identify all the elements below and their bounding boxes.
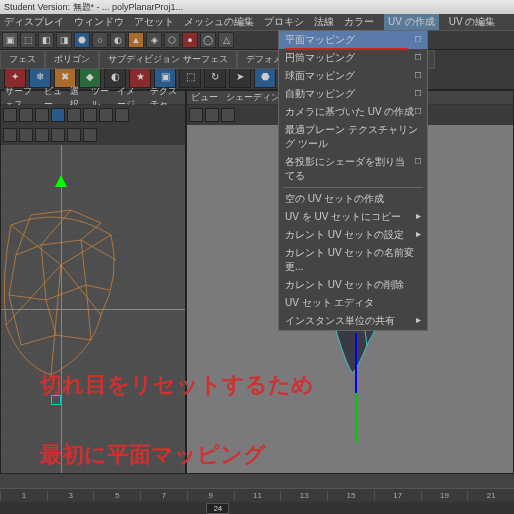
submenu-arrow-icon: ▸: [416, 228, 421, 242]
time-tick[interactable]: 11: [234, 491, 281, 500]
tool-icon[interactable]: ⬡: [164, 32, 180, 48]
ptool-icon[interactable]: [189, 108, 203, 122]
tool-icon[interactable]: ○: [92, 32, 108, 48]
dd-best-plane[interactable]: 最適プレーン テクスチャリング ツール: [279, 121, 427, 153]
time-tick[interactable]: 17: [374, 491, 421, 500]
ptool-icon[interactable]: [3, 108, 17, 122]
menu-uv-create[interactable]: UV の作成: [384, 14, 439, 30]
ptool-icon[interactable]: [99, 108, 113, 122]
dd-copy-uvset[interactable]: UV を UV セットにコピー▸: [279, 208, 427, 226]
viewport-panels: サーフェス ビュー 選択 ツール イメージ テクスチャ: [0, 90, 514, 474]
dd-uvset-editor[interactable]: UV セット エディタ: [279, 294, 427, 312]
ptool-icon[interactable]: [83, 128, 97, 142]
time-tick[interactable]: 21: [467, 491, 514, 500]
status-toolbar: ▣ ⬚ ◧ ◨ ⬣ ○ ◐ ▲ ◈ ⬡ ● ◯ △: [0, 30, 514, 50]
tool-icon[interactable]: ◨: [56, 32, 72, 48]
option-box-icon[interactable]: □: [415, 155, 421, 183]
ptool-icon[interactable]: [83, 108, 97, 122]
menu-mesh-edit[interactable]: メッシュの編集: [184, 15, 254, 29]
dd-instance-share[interactable]: インスタンス単位の共有▸: [279, 312, 427, 330]
menu-normal[interactable]: 法線: [314, 15, 334, 29]
dd-empty-uvset[interactable]: 空の UV セットの作成: [279, 190, 427, 208]
dd-label: 球面マッピング: [285, 69, 355, 83]
menu-uv-edit[interactable]: UV の編集: [449, 15, 496, 29]
dd-cylindrical-mapping[interactable]: 円筒マッピング□: [279, 49, 427, 67]
tool-icon[interactable]: ●: [182, 32, 198, 48]
time-tick[interactable]: 13: [280, 491, 327, 500]
time-tick[interactable]: 5: [93, 491, 140, 500]
time-tick[interactable]: 7: [140, 491, 187, 500]
dd-delete-uvset[interactable]: カレント UV セットの削除: [279, 276, 427, 294]
z-axis-handle[interactable]: [355, 333, 357, 393]
tool-icon[interactable]: ▣: [2, 32, 18, 48]
option-box-icon[interactable]: □: [415, 105, 421, 119]
title-bar: Student Version: 無題* - ... polyPlanarPro…: [0, 0, 514, 14]
dd-label: 自動マッピング: [285, 87, 355, 101]
ptool-icon[interactable]: [3, 128, 17, 142]
time-tick[interactable]: 1: [0, 491, 47, 500]
ptool-icon[interactable]: [205, 108, 219, 122]
dd-label: インスタンス単位の共有: [285, 314, 395, 328]
scale-handle-icon[interactable]: [51, 395, 61, 405]
menu-asset[interactable]: アセット: [134, 15, 174, 29]
dd-spherical-mapping[interactable]: 球面マッピング□: [279, 67, 427, 85]
ptool-icon[interactable]: [67, 108, 81, 122]
timeline[interactable]: 1 3 5 7 9 11 13 15 17 19 21: [0, 488, 514, 502]
tool-icon[interactable]: ▲: [128, 32, 144, 48]
dd-camera-uv[interactable]: カメラに基づいた UV の作成□: [279, 103, 427, 121]
dd-rename-uvset[interactable]: カレント UV セットの名前変更...: [279, 244, 427, 276]
ptool-icon[interactable]: [35, 108, 49, 122]
ptool-icon[interactable]: [51, 108, 65, 122]
ptool-icon[interactable]: [51, 128, 65, 142]
dd-set-current-uvset[interactable]: カレント UV セットの設定▸: [279, 226, 427, 244]
main-menu-bar: ディスプレイ ウィンドウ アセット メッシュの編集 プロキシ 法線 カラー UV…: [0, 14, 514, 30]
submenu-arrow-icon: ▸: [416, 314, 421, 328]
dd-label: 各投影にシェーダを割り当てる: [285, 155, 415, 183]
dd-assign-shader[interactable]: 各投影にシェーダを割り当てる□: [279, 153, 427, 185]
ptool-icon[interactable]: [19, 128, 33, 142]
tool-icon[interactable]: ⬚: [20, 32, 36, 48]
tool-icon[interactable]: ◐: [110, 32, 126, 48]
pm-item[interactable]: ビュー: [191, 91, 218, 104]
dd-label: 平面マッピング: [285, 33, 355, 47]
ptool-icon[interactable]: [221, 108, 235, 122]
separator: [283, 187, 423, 188]
option-box-icon[interactable]: □: [415, 51, 421, 65]
uv-create-dropdown: 平面マッピング□ 円筒マッピング□ 球面マッピング□ 自動マッピング□ カメラに…: [278, 30, 428, 331]
panel-toolbar: [1, 105, 185, 125]
option-box-icon[interactable]: □: [415, 69, 421, 83]
move-arrow-icon[interactable]: [55, 175, 67, 187]
panel-toolbar-2: [1, 125, 185, 145]
time-tick[interactable]: 9: [187, 491, 234, 500]
option-box-icon[interactable]: □: [415, 33, 421, 47]
menu-proxy[interactable]: プロキシ: [264, 15, 304, 29]
ptool-icon[interactable]: [115, 108, 129, 122]
ptool-icon[interactable]: [19, 108, 33, 122]
option-box-icon[interactable]: □: [415, 87, 421, 101]
time-tick[interactable]: 15: [327, 491, 374, 500]
shelf-tab[interactable]: ポリゴン: [45, 50, 99, 69]
shelf-tab[interactable]: フェス: [0, 50, 45, 69]
range-slider[interactable]: 24: [0, 502, 514, 514]
tool-icon[interactable]: ◈: [146, 32, 162, 48]
tool-icon[interactable]: △: [218, 32, 234, 48]
current-frame[interactable]: 24: [206, 503, 229, 514]
shelf-tab[interactable]: サブディビジョン サーフェス: [99, 50, 237, 69]
tool-icon[interactable]: ◧: [38, 32, 54, 48]
menu-display[interactable]: ディスプレイ: [4, 15, 64, 29]
ptool-icon[interactable]: [67, 128, 81, 142]
uv-viewport[interactable]: [1, 145, 185, 473]
time-tick[interactable]: 3: [47, 491, 94, 500]
y-axis-handle[interactable]: [355, 393, 357, 443]
menu-window[interactable]: ウィンドウ: [74, 15, 124, 29]
menu-color[interactable]: カラー: [344, 15, 374, 29]
tool-icon[interactable]: ◯: [200, 32, 216, 48]
ptool-icon[interactable]: [35, 128, 49, 142]
dd-planar-mapping[interactable]: 平面マッピング□: [279, 31, 427, 49]
dd-auto-mapping[interactable]: 自動マッピング□: [279, 85, 427, 103]
time-tick[interactable]: 19: [421, 491, 468, 500]
tool-icon[interactable]: ⬣: [74, 32, 90, 48]
panel-menu: サーフェス ビュー 選択 ツール イメージ テクスチャ: [1, 91, 185, 105]
submenu-arrow-icon: ▸: [416, 210, 421, 224]
uv-editor-panel: サーフェス ビュー 選択 ツール イメージ テクスチャ: [0, 90, 186, 474]
